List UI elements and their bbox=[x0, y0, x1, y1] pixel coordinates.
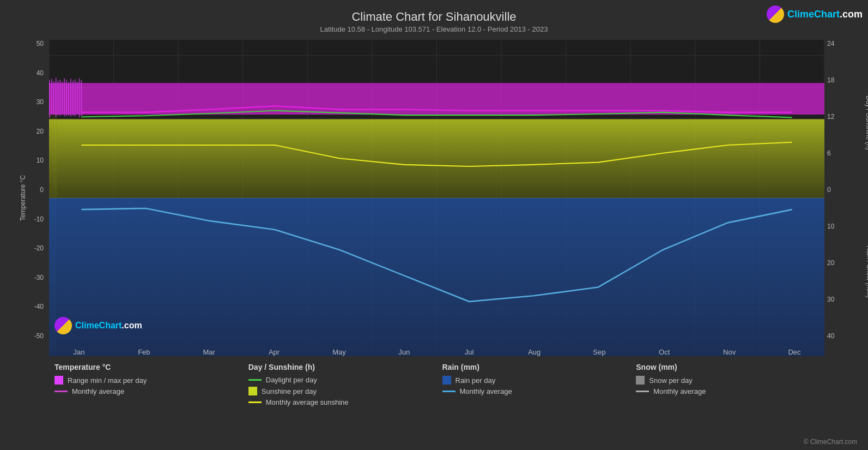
legend-rain-avg: Monthly average bbox=[442, 387, 626, 395]
legend-rain: Rain (mm) Rain per day Monthly average bbox=[437, 363, 631, 409]
x-month-jun: Jun bbox=[374, 348, 434, 356]
svg-rect-38 bbox=[53, 81, 54, 115]
logo-white-top: .com bbox=[840, 9, 863, 20]
legend-daylight: Daylight per day bbox=[248, 376, 432, 384]
x-month-oct: Oct bbox=[634, 348, 694, 356]
y-axis-right: 24 18 12 6 0 10 20 30 40 bbox=[824, 40, 863, 340]
y-right-30: 30 bbox=[827, 296, 834, 303]
chart-svg bbox=[49, 40, 824, 356]
logo-text-top: ClimeChart.com bbox=[787, 9, 863, 20]
subtitle: Latitude 10.58 - Longitude 103.571 - Ele… bbox=[11, 25, 857, 33]
legend-rain-avg-label: Monthly average bbox=[460, 387, 512, 395]
y-right-24: 24 bbox=[827, 40, 834, 47]
legend-rain-avg-swatch bbox=[442, 391, 456, 392]
x-month-may: May bbox=[309, 348, 369, 356]
x-month-aug: Aug bbox=[505, 348, 564, 356]
legend-temp-avg: Monthly average bbox=[54, 387, 238, 395]
legend-temp-range: Range min / max per day bbox=[54, 376, 238, 385]
svg-rect-40 bbox=[58, 81, 59, 115]
y-left-40: 40 bbox=[37, 69, 44, 77]
svg-rect-27 bbox=[52, 103, 52, 198]
x-month-mar: Mar bbox=[179, 348, 239, 356]
logo-cyan-top: ClimeChart bbox=[787, 9, 840, 20]
logo-icon-top bbox=[767, 5, 784, 23]
legend-snow: Snow (mm) Snow per day Monthly average bbox=[630, 363, 824, 409]
x-month-jan: Jan bbox=[49, 348, 109, 356]
legend-temp-range-label: Range min / max per day bbox=[68, 376, 147, 385]
legend-sunshine-avg: Monthly average sunshine bbox=[248, 398, 432, 406]
logo-text-bottom: ClimeChart.com bbox=[75, 321, 142, 331]
x-month-apr: Apr bbox=[244, 348, 304, 356]
legend-sunshine-label: Sunshine per day bbox=[262, 387, 317, 395]
legend-snow-avg-label: Monthly average bbox=[653, 387, 706, 395]
legend-sunshine-swatch bbox=[248, 387, 257, 395]
svg-rect-49 bbox=[77, 82, 78, 114]
y-left-m10: -10 bbox=[34, 215, 44, 223]
svg-rect-44 bbox=[66, 80, 67, 116]
y-right-18: 18 bbox=[827, 76, 834, 84]
legend-daylight-label: Daylight per day bbox=[266, 376, 317, 384]
svg-rect-28 bbox=[53, 100, 54, 198]
x-month-feb: Feb bbox=[114, 348, 174, 356]
main-title: Climate Chart for Sihanoukville bbox=[11, 10, 857, 24]
legend-sunshine-rect: Sunshine per day bbox=[248, 387, 432, 395]
legend-snow-swatch bbox=[636, 376, 645, 385]
legend-temp-avg-swatch bbox=[54, 391, 68, 392]
y-left-10: 10 bbox=[37, 157, 44, 164]
logo-cyan-bottom: ClimeChart bbox=[75, 321, 122, 330]
legend-snow-rect: Snow per day bbox=[636, 376, 819, 385]
y-axis-left-label: Temperature °C bbox=[19, 175, 27, 221]
svg-rect-31 bbox=[49, 198, 824, 356]
legend-snow-avg-swatch bbox=[636, 391, 649, 392]
logo-bottom-left: ClimeChart.com bbox=[54, 317, 142, 334]
y-right-10: 10 bbox=[827, 223, 834, 230]
legend-rain-label: Rain per day bbox=[456, 376, 496, 385]
legend-temp-avg-label: Monthly average bbox=[72, 387, 124, 395]
legend-sunshine-avg-swatch bbox=[248, 401, 262, 403]
x-month-sep: Sep bbox=[569, 348, 629, 356]
legend-temperature: Temperature °C Range min / max per day M… bbox=[49, 363, 243, 409]
legend-daylight-swatch bbox=[248, 379, 262, 381]
logo-icon-bottom bbox=[54, 317, 72, 334]
y-right-12: 12 bbox=[827, 113, 834, 121]
y-left-30: 30 bbox=[37, 98, 44, 106]
y-right-0: 0 bbox=[827, 186, 831, 194]
legend-rain-rect: Rain per day bbox=[442, 376, 626, 385]
legend-sunshine-avg-label: Monthly average sunshine bbox=[266, 398, 349, 406]
y-right-40: 40 bbox=[827, 332, 834, 340]
svg-rect-43 bbox=[64, 79, 65, 117]
y-right-6: 6 bbox=[827, 149, 831, 157]
legend-sunshine: Day / Sunshine (h) Daylight per day Suns… bbox=[243, 363, 437, 409]
svg-rect-46 bbox=[70, 79, 71, 117]
y-axis-right-rain-label: Rain / Snow (mm) bbox=[865, 245, 868, 298]
svg-rect-33 bbox=[53, 198, 53, 350]
legend-sunshine-title: Day / Sunshine (h) bbox=[248, 363, 432, 371]
svg-rect-39 bbox=[56, 78, 57, 117]
y-left-m50: -50 bbox=[34, 332, 44, 340]
y-left-50: 50 bbox=[37, 40, 44, 47]
y-right-20: 20 bbox=[827, 259, 834, 267]
y-left-0: 0 bbox=[40, 186, 44, 194]
legend-rain-swatch bbox=[442, 376, 451, 385]
main-container: Climate Chart for Sihanoukville Latitude… bbox=[0, 0, 868, 450]
svg-rect-37 bbox=[51, 79, 52, 115]
svg-rect-45 bbox=[68, 82, 69, 116]
svg-rect-25 bbox=[49, 119, 824, 198]
y-left-m40: -40 bbox=[34, 303, 44, 310]
copyright: © ClimeChart.com bbox=[804, 438, 857, 446]
legend-snow-avg: Monthly average bbox=[636, 387, 819, 395]
x-month-jul: Jul bbox=[439, 348, 499, 356]
title-section: Climate Chart for Sihanoukville Latitude… bbox=[11, 5, 857, 35]
legend-temp-range-swatch bbox=[54, 376, 63, 385]
legend-area: Temperature °C Range min / max per day M… bbox=[49, 363, 824, 409]
legend-snow-title: Snow (mm) bbox=[636, 363, 819, 371]
legend-temp-title: Temperature °C bbox=[54, 363, 238, 371]
y-axis-left: 50 40 30 20 10 0 -10 -20 -30 -40 -50 bbox=[14, 40, 46, 340]
svg-rect-36 bbox=[49, 80, 50, 118]
legend-snow-label: Snow per day bbox=[649, 376, 693, 385]
chart-area: 50 40 30 20 10 0 -10 -20 -30 -40 -50 Tem… bbox=[49, 40, 824, 356]
svg-rect-41 bbox=[59, 80, 60, 116]
y-left-m20: -20 bbox=[34, 244, 44, 252]
svg-rect-50 bbox=[79, 79, 80, 118]
svg-rect-30 bbox=[57, 102, 57, 198]
